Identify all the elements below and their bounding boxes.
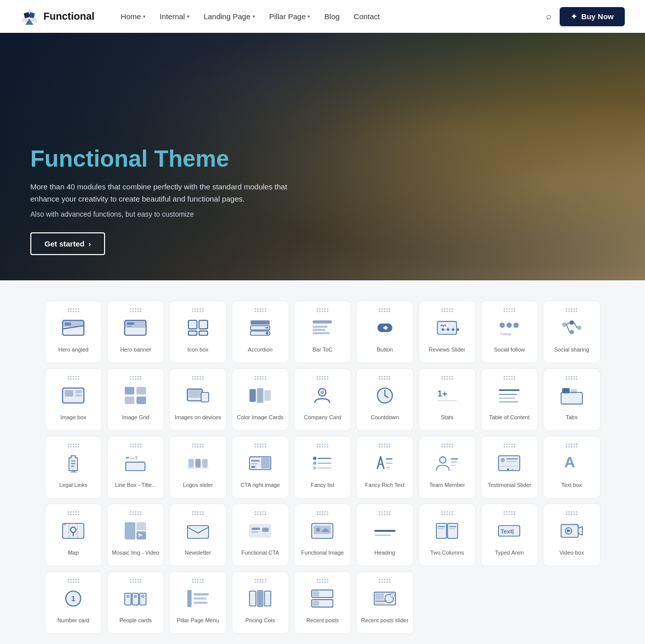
module-card-number-card[interactable]: 1 Number card: [45, 571, 102, 634]
module-card-two-columns[interactable]: Two Columns: [419, 504, 476, 566]
chevron-down-icon: ▾: [143, 14, 145, 19]
svg-point-155: [390, 593, 394, 597]
search-icon[interactable]: ⌕: [546, 11, 552, 22]
nav-contact[interactable]: Contact: [348, 8, 386, 25]
module-icon-social-follow: Follow: [497, 318, 521, 337]
module-card-video-box[interactable]: Video box: [543, 504, 600, 566]
nav-home[interactable]: Home ▾: [115, 8, 152, 25]
module-card-newsletter[interactable]: Newsletter: [169, 504, 226, 566]
module-label-line-box-title: Line Box - Title...: [115, 478, 157, 492]
module-icon-accordion: [248, 318, 272, 337]
get-started-button[interactable]: Get started ›: [30, 232, 105, 255]
svg-rect-47: [137, 397, 146, 404]
module-icon-recent-posts: [310, 589, 334, 608]
svg-rect-46: [125, 397, 134, 404]
module-card-functional-image[interactable]: Functional Image: [294, 504, 351, 566]
module-card-reviews-slider[interactable]: ★★★★ Reviews Slider: [419, 301, 476, 363]
module-label-social-follow: Social follow: [494, 342, 525, 357]
svg-rect-82: [251, 466, 255, 468]
svg-rect-45: [137, 387, 146, 394]
module-card-heading[interactable]: Heading: [356, 504, 413, 566]
module-card-stats[interactable]: 1+ Stats: [419, 368, 476, 431]
svg-rect-65: [561, 392, 582, 404]
module-card-recent-posts[interactable]: Recent posts: [294, 571, 351, 634]
module-label-icon-box: Icon box: [187, 342, 209, 357]
module-card-logos-slider[interactable]: Logos slider: [169, 436, 226, 499]
module-card-image-grid[interactable]: Image Grid: [107, 368, 164, 431]
module-label-table-of-content: Table of Content: [489, 410, 529, 424]
module-label-cta-right-image: CTA right image: [240, 478, 280, 492]
svg-rect-81: [251, 463, 258, 464]
module-card-social-follow[interactable]: Follow Social follow: [481, 301, 538, 363]
module-card-pillar-page-menu[interactable]: Pillar Page Menu: [169, 571, 226, 634]
svg-rect-22: [313, 320, 332, 323]
module-card-testimonial-slider[interactable]: Testimonial Slider: [481, 436, 538, 499]
module-card-hero-banner[interactable]: Hero banner: [107, 301, 164, 363]
module-card-image-box[interactable]: Image box: [45, 368, 102, 431]
module-card-people-cards[interactable]: People cards: [107, 571, 164, 634]
svg-rect-140: [193, 593, 209, 595]
buy-now-button[interactable]: ✦ Buy Now: [560, 7, 625, 26]
module-icon-newsletter: [186, 521, 210, 540]
module-card-social-sharing[interactable]: Social sharing: [543, 301, 600, 363]
module-icon-images-on-devices: [186, 386, 210, 405]
module-card-functional-cta[interactable]: Functional CTA: [232, 504, 289, 566]
module-card-fancy-rich-text[interactable]: Fancy Rich Text: [356, 436, 413, 499]
module-label-images-on-devices: Images on devices: [175, 410, 221, 424]
module-label-pillar-page-menu: Pillar Page Menu: [177, 613, 219, 627]
module-card-hero-angled[interactable]: Hero angled: [45, 301, 102, 363]
svg-point-55: [321, 391, 324, 394]
svg-rect-109: [137, 522, 146, 530]
module-card-table-of-content[interactable]: Table of Content: [481, 368, 538, 431]
logo[interactable]: Functional: [20, 8, 94, 26]
svg-point-107: [64, 523, 66, 525]
module-label-functional-cta: Functional CTA: [241, 546, 279, 560]
module-card-icon-box[interactable]: Icon box: [169, 301, 226, 363]
module-icon-number-card: 1: [61, 589, 85, 608]
module-card-countdown[interactable]: Countdown: [356, 368, 413, 431]
nav-pillar-page[interactable]: Pillar Page ▾: [263, 8, 317, 25]
svg-point-102: [507, 469, 509, 471]
svg-rect-67: [571, 389, 577, 393]
module-card-recent-posts-slider[interactable]: Recent posts slider: [356, 571, 413, 634]
module-icon-typed-anim: Text|: [497, 521, 521, 540]
module-card-legal-links[interactable]: Legal Links: [45, 436, 102, 499]
module-label-team-member: Team Member: [429, 478, 465, 492]
module-card-mosaic-img-video[interactable]: Mosaic Img - Video: [107, 504, 164, 566]
nav-landing-page[interactable]: Landing Page ▾: [197, 8, 261, 25]
module-icon-hero-banner: [123, 318, 147, 337]
module-card-line-box-title[interactable]: —T Line Box - Title...: [107, 436, 164, 499]
nav-internal[interactable]: Internal ▾: [154, 8, 195, 25]
module-icon-two-columns: [435, 521, 459, 540]
module-card-pricing-cols[interactable]: Pricing Cols: [232, 571, 289, 634]
module-card-map[interactable]: Map: [45, 504, 102, 566]
module-card-fancy-list[interactable]: Fancy list: [294, 436, 351, 499]
module-icon-bar-toc: [310, 318, 334, 337]
module-card-company-card[interactable]: Company Card: [294, 368, 351, 431]
nav-blog[interactable]: Blog: [318, 8, 345, 25]
svg-rect-108: [125, 522, 135, 539]
module-card-cta-right-image[interactable]: CTA right image: [232, 436, 289, 499]
module-card-images-on-devices[interactable]: Images on devices: [169, 368, 226, 431]
module-card-tabs[interactable]: Tabs: [543, 368, 600, 431]
svg-text:1+: 1+: [437, 389, 447, 399]
module-label-newsletter: Newsletter: [185, 546, 211, 560]
svg-rect-74: [188, 459, 194, 468]
module-card-color-image-cards[interactable]: Color Image Cards: [232, 368, 289, 431]
module-label-hero-banner: Hero banner: [120, 342, 151, 357]
module-card-text-box[interactable]: A Text box: [543, 436, 600, 499]
module-icon-social-sharing: [560, 318, 584, 337]
svg-rect-76: [202, 459, 208, 468]
module-card-bar-toc[interactable]: Bar ToC: [294, 301, 351, 363]
svg-rect-149: [313, 601, 319, 606]
module-icon-functional-image: [310, 521, 334, 540]
module-label-mosaic-img-video: Mosaic Img - Video: [112, 546, 160, 560]
module-card-accordion[interactable]: Accordion: [232, 301, 289, 363]
svg-rect-122: [448, 523, 458, 538]
svg-rect-33: [562, 322, 566, 326]
module-card-team-member[interactable]: Team Member: [419, 436, 476, 499]
svg-rect-143: [250, 591, 256, 606]
module-card-typed-anim[interactable]: Text| Typed Anim: [481, 504, 538, 566]
module-label-logos-slider: Logos slider: [183, 478, 213, 492]
module-card-button[interactable]: Button: [356, 301, 413, 363]
